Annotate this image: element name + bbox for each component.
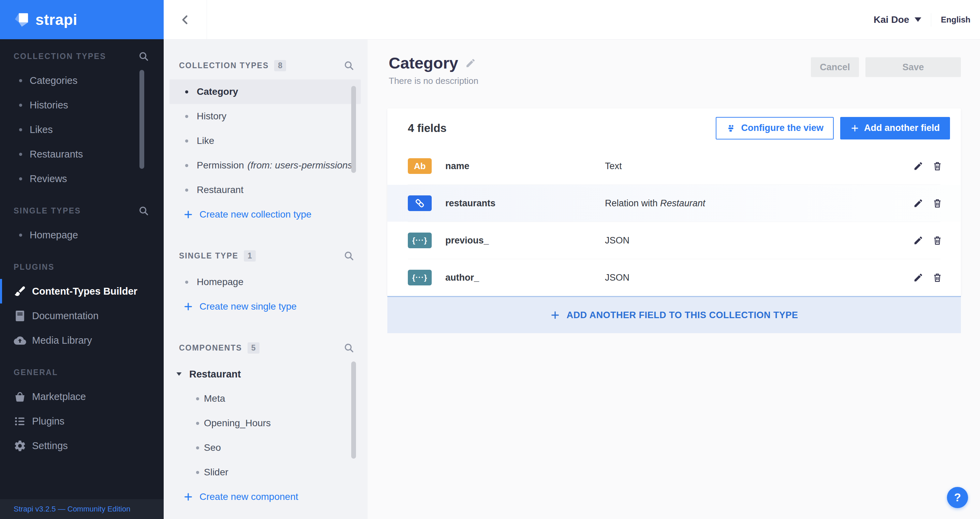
save-button[interactable]: Save — [865, 57, 961, 77]
panel-section-label: SINGLE TYPE — [179, 251, 239, 261]
bullet-icon — [19, 128, 22, 131]
component-group-restaurant[interactable]: Restaurant — [169, 362, 361, 386]
panel-item-homepage[interactable]: Homepage — [169, 270, 361, 294]
search-icon[interactable] — [344, 343, 354, 353]
panel-scrollbar-thumb[interactable] — [351, 86, 356, 173]
user-menu[interactable]: Kai Doe — [873, 14, 921, 25]
list-icon — [14, 415, 26, 428]
panel-item-opening-hours[interactable]: Opening_Hours — [169, 411, 361, 435]
page-header: Category There is no description — [389, 54, 479, 86]
locale-selector[interactable]: English — [941, 15, 970, 25]
fields-card-actions: Configure the view Add another field — [716, 117, 950, 140]
panel-item-category[interactable]: Category — [169, 80, 361, 104]
help-button[interactable]: ? — [947, 487, 968, 508]
sidebar-item-settings[interactable]: Settings — [0, 433, 164, 458]
sidebar-item-plugins[interactable]: Plugins — [0, 409, 164, 433]
panel-item-slider[interactable]: Slider — [169, 460, 361, 484]
field-actions — [913, 198, 942, 209]
panel-section-header: COLLECTION TYPES 8 — [164, 60, 368, 71]
panel-item-like[interactable]: Like — [169, 129, 361, 153]
edit-pencil-icon[interactable] — [913, 272, 923, 283]
edit-pencil-icon[interactable] — [913, 161, 923, 171]
sidebar-footer: Strapi v3.2.5 — Community Edition — [0, 499, 164, 519]
sidebar-item-content-types-builder[interactable]: Content-Types Builder — [0, 279, 164, 304]
cancel-button[interactable]: Cancel — [811, 57, 859, 77]
sidebar-item-categories[interactable]: Categories — [0, 68, 164, 93]
fields-count: 4 fields — [408, 122, 447, 135]
panel-section-header: SINGLE TYPE 1 — [164, 250, 368, 261]
field-row-restaurants[interactable]: restaurants Relation with Restaurant — [387, 185, 961, 222]
row-divider — [408, 185, 940, 185]
relation-icon — [408, 196, 432, 211]
topbar: Kai Doe English — [164, 0, 980, 40]
search-icon[interactable] — [344, 251, 354, 261]
panel-scrollbar-thumb-2[interactable] — [351, 361, 356, 459]
add-another-field-button[interactable]: Add another field — [840, 117, 950, 140]
count-badge: 5 — [248, 342, 259, 353]
plus-icon — [550, 310, 560, 320]
bullet-icon — [196, 397, 199, 400]
field-actions — [913, 272, 942, 283]
trash-icon[interactable] — [932, 235, 942, 245]
create-component-link[interactable]: Create new component — [169, 484, 368, 509]
panel-item-meta[interactable]: Meta — [169, 386, 361, 411]
basket-icon — [14, 390, 26, 403]
sidebar-item-reviews[interactable]: Reviews — [0, 166, 164, 191]
search-icon[interactable] — [138, 51, 149, 61]
section-label: SINGLE TYPES — [14, 206, 81, 215]
trash-icon[interactable] — [932, 198, 942, 209]
section-header: COLLECTION TYPES — [0, 49, 164, 63]
bullet-icon — [19, 234, 22, 237]
field-row-name[interactable]: Ab name Text — [387, 148, 961, 185]
trash-icon[interactable] — [932, 272, 942, 283]
chevron-left-icon — [180, 13, 190, 27]
bullet-icon — [196, 471, 199, 474]
panel-item-seo[interactable]: Seo — [169, 435, 361, 460]
plus-icon — [183, 301, 193, 312]
field-name: name — [445, 161, 605, 172]
sidebar-item-media-library[interactable]: Media Library — [0, 328, 164, 353]
panel-item-permission[interactable]: Permission (from: users-permissions) — [169, 153, 361, 178]
bullet-icon — [185, 115, 188, 118]
edit-title-pencil-icon[interactable] — [465, 57, 476, 68]
layout-icon — [726, 123, 735, 133]
sidebar-nav: COLLECTION TYPES Categories Histories Li… — [0, 39, 164, 458]
sidebar-item-documentation[interactable]: Documentation — [0, 304, 164, 328]
sidebar-item-restaurants[interactable]: Restaurants — [0, 142, 164, 166]
page-description: There is no description — [389, 76, 479, 86]
sidebar-item-histories[interactable]: Histories — [0, 93, 164, 117]
panel-list: Homepage Create new single type — [164, 270, 368, 319]
sidebar-item-likes[interactable]: Likes — [0, 117, 164, 142]
trash-icon[interactable] — [932, 161, 942, 171]
bullet-icon — [185, 140, 188, 143]
search-icon[interactable] — [344, 60, 354, 71]
create-single-type-link[interactable]: Create new single type — [169, 294, 368, 319]
field-actions — [913, 235, 942, 245]
version-link[interactable]: Strapi v3.2.5 — Community Edition — [14, 505, 130, 514]
panel-list: Restaurant Meta Opening_Hours Seo Slider… — [164, 362, 368, 509]
section-collection-types: COLLECTION TYPES Categories Histories Li… — [0, 49, 164, 191]
add-field-banner[interactable]: ADD ANOTHER FIELD TO THIS COLLECTION TYP… — [387, 296, 961, 333]
sidebar-scrollbar-thumb[interactable] — [140, 70, 144, 169]
bullet-icon — [185, 189, 188, 192]
user-zone: Kai Doe English — [873, 0, 980, 39]
sidebar-item-homepage[interactable]: Homepage — [0, 223, 164, 247]
section-label: GENERAL — [14, 368, 58, 377]
configure-view-button[interactable]: Configure the view — [716, 117, 834, 140]
field-row-author[interactable]: {···} author_ JSON — [387, 259, 961, 296]
json-icon: {···} — [408, 270, 432, 285]
edit-pencil-icon[interactable] — [913, 235, 923, 245]
search-icon[interactable] — [138, 205, 149, 216]
field-row-previous[interactable]: {···} previous_ JSON — [387, 222, 961, 259]
strapi-logo[interactable]: strapi — [0, 0, 164, 39]
field-type: Relation with Restaurant — [605, 198, 913, 209]
panel-item-history[interactable]: History — [169, 104, 361, 129]
panel-item-restaurant[interactable]: Restaurant — [169, 178, 361, 202]
cloud-upload-icon — [14, 334, 26, 347]
back-button[interactable] — [164, 0, 207, 39]
plus-icon — [850, 124, 859, 133]
edit-pencil-icon[interactable] — [913, 198, 923, 209]
create-collection-type-link[interactable]: Create new collection type — [169, 202, 368, 227]
sidebar-item-marketplace[interactable]: Marketplace — [0, 384, 164, 409]
field-type: JSON — [605, 272, 913, 283]
